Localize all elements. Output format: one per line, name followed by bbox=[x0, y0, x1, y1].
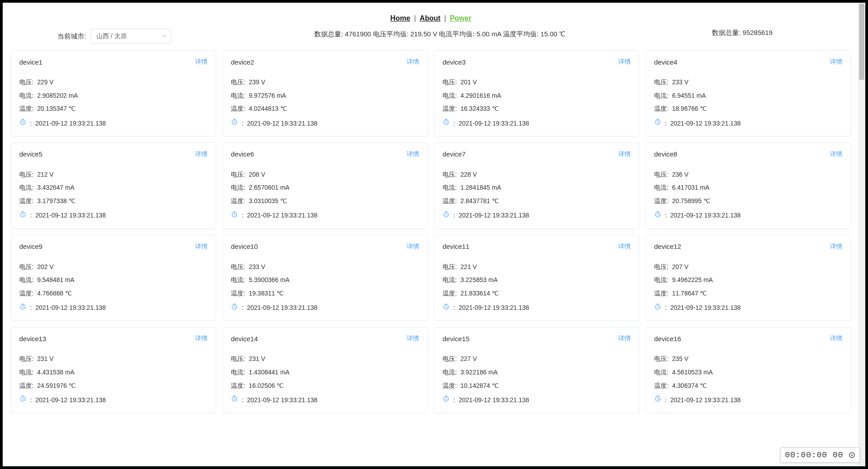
time-sep: : bbox=[30, 119, 32, 129]
temperature-label: 温度: bbox=[231, 196, 245, 206]
device-card: device14详情电压:231 V电流:1.4308441 mA温度:16.0… bbox=[222, 327, 428, 413]
current-label: 电流: bbox=[19, 91, 34, 101]
current-label: 电流: bbox=[654, 183, 668, 193]
temperature-value: 3.0310035 ℃ bbox=[249, 196, 287, 206]
voltage-label: 电压: bbox=[654, 170, 668, 180]
timestamp: 2021-09-12 19:33:21.138 bbox=[670, 119, 741, 129]
stopwatch-icon bbox=[443, 395, 450, 405]
time-sep: : bbox=[242, 303, 243, 313]
device-name: device16 bbox=[654, 335, 681, 343]
voltage-value: 235 V bbox=[672, 354, 689, 364]
device-name: device3 bbox=[443, 58, 466, 66]
summary-row: 当前城市: 山西 / 太原 数据总量: 4761900 电压平均值: 219.5… bbox=[11, 27, 851, 50]
voltage-label: 电压: bbox=[231, 262, 245, 272]
current-label: 电流: bbox=[231, 368, 245, 378]
temperature-value: 11.78647 ℃ bbox=[672, 289, 707, 299]
detail-link[interactable]: 详情 bbox=[407, 58, 419, 66]
detail-link[interactable]: 详情 bbox=[407, 150, 419, 158]
current-value: 9.4962225 mA bbox=[672, 275, 713, 285]
nav-home[interactable]: Home bbox=[391, 14, 410, 22]
voltage-label: 电压: bbox=[231, 354, 245, 364]
detail-link[interactable]: 详情 bbox=[407, 334, 419, 343]
voltage-label: 电压: bbox=[231, 78, 245, 87]
current-label: 电流: bbox=[654, 275, 668, 285]
detail-link[interactable]: 详情 bbox=[195, 58, 208, 66]
timestamp: 2021-09-12 19:33:21.138 bbox=[35, 303, 106, 313]
device-card: device16详情电压:235 V电流:4.5610523 mA温度:4.30… bbox=[646, 327, 851, 413]
detail-link[interactable]: 详情 bbox=[830, 150, 842, 158]
time-sep: : bbox=[665, 119, 667, 129]
timestamp: 2021-09-12 19:33:21.138 bbox=[35, 395, 106, 405]
time-sep: : bbox=[665, 211, 667, 221]
voltage-label: 电压: bbox=[19, 78, 34, 87]
stopwatch-icon bbox=[231, 118, 238, 129]
device-name: device10 bbox=[231, 243, 258, 250]
time-sep: : bbox=[453, 395, 455, 405]
device-name: device13 bbox=[19, 335, 46, 343]
detail-link[interactable]: 详情 bbox=[618, 150, 631, 158]
summary-right: 数据总量: 95285619 bbox=[703, 29, 851, 37]
stopwatch-icon bbox=[654, 211, 661, 221]
temperature-value: 24.591976 ℃ bbox=[37, 381, 76, 391]
current-value: 2.6570601 mA bbox=[249, 183, 290, 193]
nav-power[interactable]: Power bbox=[450, 14, 471, 22]
target-icon[interactable] bbox=[849, 452, 855, 458]
status-widget: 00:00:00 00 bbox=[780, 447, 860, 463]
device-card: device4详情电压:233 V电流:6.94551 mA温度:18.9676… bbox=[646, 50, 851, 136]
timestamp: 2021-09-12 19:33:21.138 bbox=[247, 395, 317, 405]
detail-link[interactable]: 详情 bbox=[618, 243, 631, 251]
nav-sep: | bbox=[412, 14, 418, 22]
detail-link[interactable]: 详情 bbox=[407, 243, 419, 251]
detail-link[interactable]: 详情 bbox=[195, 243, 208, 251]
stopwatch-icon bbox=[231, 211, 238, 221]
scrollbar-thumb[interactable] bbox=[859, 4, 864, 80]
device-name: device12 bbox=[654, 243, 681, 250]
voltage-value: 231 V bbox=[249, 354, 265, 364]
time-sep: : bbox=[30, 303, 32, 313]
temperature-value: 21.833614 ℃ bbox=[460, 289, 499, 299]
time-sep: : bbox=[30, 211, 32, 221]
voltage-value: 227 V bbox=[460, 354, 477, 364]
temperature-label: 温度: bbox=[654, 196, 668, 206]
voltage-value: 231 V bbox=[37, 354, 54, 364]
device-name: device15 bbox=[443, 335, 469, 343]
nav-sep: | bbox=[443, 14, 448, 22]
stopwatch-icon bbox=[231, 395, 238, 405]
temperature-value: 20.135347 ℃ bbox=[37, 104, 76, 114]
current-value: 4.2901616 mA bbox=[460, 91, 501, 101]
detail-link[interactable]: 详情 bbox=[618, 58, 631, 66]
nav-about[interactable]: About bbox=[420, 14, 440, 22]
detail-link[interactable]: 详情 bbox=[830, 243, 842, 251]
detail-link[interactable]: 详情 bbox=[195, 334, 208, 343]
timestamp: 2021-09-12 19:33:21.138 bbox=[247, 303, 317, 313]
time-sep: : bbox=[665, 395, 667, 405]
stopwatch-icon bbox=[19, 395, 26, 405]
current-label: 电流: bbox=[654, 91, 668, 101]
temperature-label: 温度: bbox=[19, 104, 34, 114]
detail-link[interactable]: 详情 bbox=[618, 334, 631, 343]
voltage-value: 228 V bbox=[460, 170, 477, 180]
time-sep: : bbox=[665, 303, 667, 313]
device-card: device6详情电压:208 V电流:2.6570601 mA温度:3.031… bbox=[222, 143, 428, 229]
voltage-label: 电压: bbox=[654, 354, 668, 364]
device-card: device3详情电压:201 V电流:4.2901616 mA温度:16.32… bbox=[434, 50, 639, 136]
city-select[interactable]: 山西 / 太原 bbox=[91, 29, 171, 44]
current-value: 6.94551 mA bbox=[672, 91, 706, 101]
stopwatch-icon bbox=[19, 118, 26, 129]
voltage-label: 电压: bbox=[19, 170, 34, 180]
detail-link[interactable]: 详情 bbox=[830, 58, 842, 66]
current-label: 电流: bbox=[19, 368, 34, 378]
detail-link[interactable]: 详情 bbox=[830, 334, 842, 343]
summary-mid: 数据总量: 4761900 电压平均值: 219.50 V 电流平均值: 5.0… bbox=[177, 29, 703, 39]
temperature-value: 16.324333 ℃ bbox=[460, 104, 499, 114]
stopwatch-icon bbox=[231, 303, 238, 313]
scrollbar-track[interactable] bbox=[858, 3, 865, 466]
stopwatch-icon bbox=[654, 303, 661, 313]
voltage-value: 233 V bbox=[249, 262, 265, 272]
temperature-label: 温度: bbox=[231, 104, 245, 114]
current-value: 9.548481 mA bbox=[37, 275, 74, 285]
voltage-label: 电压: bbox=[443, 170, 457, 180]
device-name: device1 bbox=[19, 58, 43, 66]
detail-link[interactable]: 详情 bbox=[195, 150, 208, 158]
temperature-label: 温度: bbox=[443, 381, 457, 391]
